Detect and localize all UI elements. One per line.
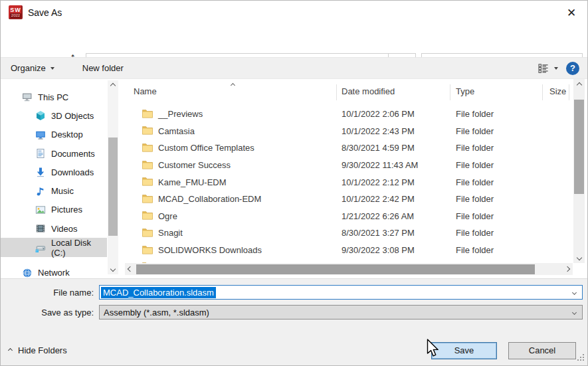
hide-folders-label: Hide Folders [18,345,67,355]
file-name-dropdown-chevron-icon[interactable] [572,290,577,295]
file-date-modified: 9/30/2022 11:43 AM [336,160,450,170]
file-date-modified: 8/30/2021 4:59 PM [336,143,450,153]
sidebar-item-desktop[interactable]: Desktop [1,126,107,144]
vertical-scrollbar-thumb[interactable] [574,100,584,194]
sidebar-item-videos[interactable]: Videos [1,219,107,238]
cube-icon [35,110,46,121]
music-note-icon [35,186,46,197]
column-header-type[interactable]: Type [456,86,474,96]
file-name-selected-text: MCAD_Collaboration.sldasm [101,287,216,298]
cancel-button[interactable]: Cancel [508,342,576,359]
view-options-button[interactable] [538,63,558,74]
column-header-date-modified[interactable]: Date modified [342,86,395,96]
file-list-header: Name Date modified Type Size [124,83,573,101]
file-name: __Previews [158,109,203,119]
file-row[interactable]: __Previews10/1/2022 2:06 PMFile folder [124,106,573,123]
folder-icon [142,126,153,136]
file-row[interactable]: Ogre1/21/2022 6:26 AMFile folder [124,208,573,225]
file-row[interactable]: Customer Success9/30/2022 11:43 AMFile f… [124,157,573,174]
file-type: File folder [450,228,542,238]
file-date-modified: 1/21/2022 6:26 AM [336,211,450,221]
scroll-right-icon[interactable] [562,263,573,275]
column-header-name[interactable]: Name [134,86,157,96]
file-name: Snagit [158,228,183,238]
folder-icon [142,245,153,256]
sidebar-item-pictures[interactable]: Pictures [1,201,107,219]
app-icon-year: 2022 [10,13,21,18]
sidebar-item-label: Downloads [51,167,94,177]
file-list-vertical-scrollbar[interactable] [573,79,585,263]
download-arrow-icon [35,167,46,177]
solidworks-app-icon: SW 2022 [9,5,23,19]
sidebar-scrollbar-thumb[interactable] [108,137,118,236]
scroll-up-icon[interactable] [108,80,118,91]
scroll-up-icon[interactable] [573,79,585,90]
file-row[interactable]: Kame_FMU-EDM10/1/2022 2:12 PMFile folder [124,173,573,191]
file-list: Name Date modified Type Size __Previews1… [124,79,588,278]
save-as-type-select[interactable]: Assembly (*.asm, *.sldasm) [99,305,583,320]
column-separator[interactable] [542,84,543,100]
file-row[interactable]: MCAD_Collaboration-EDM10/1/2022 2:42 PMF… [124,191,573,208]
sidebar-item-label: Music [51,186,74,196]
file-type: File folder [450,194,542,204]
file-row[interactable]: Snagit8/30/2021 3:27 PMFile folder [124,225,573,242]
folder-icon [142,194,153,205]
file-type: File folder [450,109,542,119]
title-bar[interactable]: SW 2022 Save As ✕ [1,1,587,26]
file-list-horizontal-scrollbar[interactable] [125,263,573,275]
help-button[interactable]: ? [566,62,579,75]
file-type: File folder [450,211,542,221]
close-icon[interactable]: ✕ [562,5,581,22]
organize-button[interactable]: Organize [11,63,54,73]
sidebar-item-music[interactable]: Music [1,181,107,200]
sidebar-item-network[interactable]: Network [1,264,107,278]
file-date-modified: 10/1/2022 2:42 PM [336,194,450,204]
sidebar-item-3d-objects[interactable]: 3D Objects [1,106,107,125]
sidebar-item-label: Network [38,268,70,278]
sidebar-item-this-pc[interactable]: This PC [1,88,107,106]
hide-folders-chevron-icon [8,348,13,353]
file-type: File folder [450,245,542,255]
new-folder-button[interactable]: New folder [82,63,124,73]
resize-grip[interactable] [577,353,585,363]
sidebar-item-label: Pictures [51,205,82,215]
folder-icon [142,177,153,187]
organize-dropdown-icon [50,67,54,70]
column-separator[interactable] [450,84,450,100]
horizontal-scrollbar-thumb[interactable] [136,264,535,274]
sidebar-item-label: Videos [51,224,78,234]
sidebar-item-label: This PC [38,92,68,102]
file-type: File folder [450,160,542,170]
column-separator[interactable] [336,84,337,100]
column-header-size[interactable]: Size [549,86,566,96]
file-type: File folder [450,177,542,187]
dialog-footer: File name: MCAD_Collaboration.sldasm Sav… [1,278,587,366]
partial-file-row[interactable] [124,258,573,263]
file-row[interactable]: SOLIDWORKS Downloads9/30/2022 3:08 PMFil… [124,242,573,259]
sidebar-item-documents[interactable]: Documents [1,144,107,163]
save-as-type-value: Assembly (*.asm, *.sldasm) [104,308,209,318]
details-view-icon [538,63,549,74]
file-name: Customer Success [158,160,231,170]
column-separator[interactable] [569,84,569,100]
folder-tree-sidebar: This PC3D ObjectsDesktopDocumentsDownloa… [1,79,124,278]
file-name: Kame_FMU-EDM [158,177,227,187]
scroll-left-icon[interactable] [125,263,136,275]
disk-icon [35,242,46,253]
sidebar-item-local-disk-c[interactable]: Local Disk (C:) [1,238,107,256]
save-as-type-label: Save as type: [1,308,94,318]
hide-folders-button[interactable]: Hide Folders [9,345,67,355]
organize-label: Organize [11,63,46,73]
file-date-modified: 10/1/2022 2:06 PM [336,109,450,119]
sidebar-item-downloads[interactable]: Downloads [1,163,107,181]
sidebar-item-label: 3D Objects [51,111,94,121]
file-row[interactable]: Camtasia10/1/2022 2:43 PMFile folder [124,123,573,140]
file-row[interactable]: Custom Office Templates8/30/2021 4:59 PM… [124,139,573,157]
file-name: SOLIDWORKS Downloads [158,245,262,255]
file-type: File folder [450,143,542,153]
file-name-input[interactable]: MCAD_Collaboration.sldasm [99,285,583,300]
scroll-down-icon[interactable] [573,252,585,263]
save-as-type-chevron-icon[interactable] [572,310,577,315]
sidebar-scrollbar[interactable] [108,80,118,274]
scroll-down-icon[interactable] [108,264,118,274]
